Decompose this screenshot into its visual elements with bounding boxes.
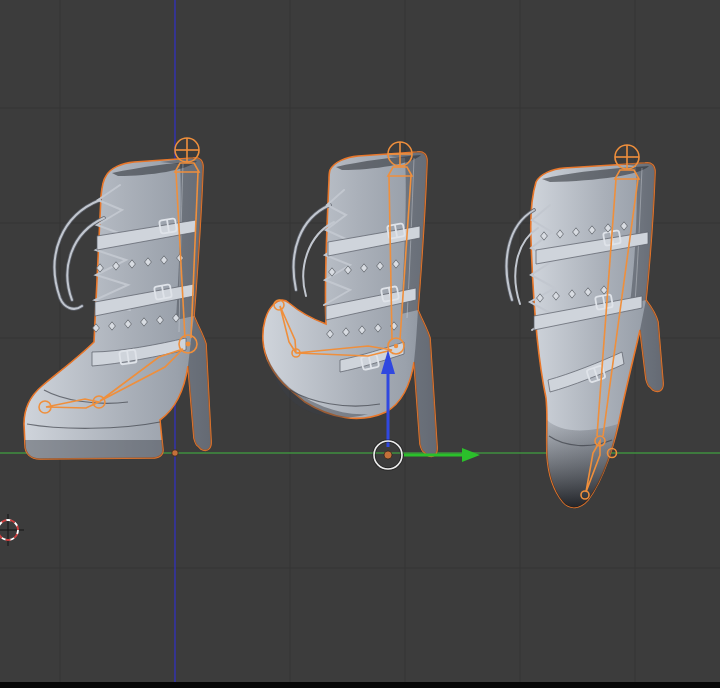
boot-left-sole-shadow <box>25 440 163 459</box>
bone-joint-dot <box>394 344 398 348</box>
object-origin-dot <box>172 450 178 456</box>
gizmo-center-dot[interactable] <box>384 451 392 459</box>
viewport-bottom-edge <box>0 682 720 688</box>
viewport[interactable] <box>0 0 720 688</box>
viewport-canvas[interactable] <box>0 0 720 688</box>
bone-joint-dot <box>186 342 191 347</box>
